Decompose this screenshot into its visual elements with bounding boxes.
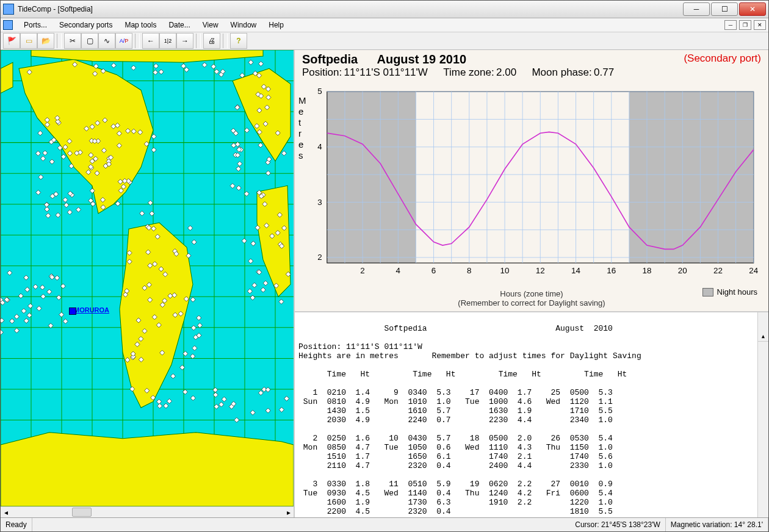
map-pane: MORUROA ◂ ▸ [1, 50, 295, 517]
right-column: Softpedia August 19 2010 (Secondary port… [295, 50, 768, 517]
svg-text:8: 8 [467, 266, 471, 275]
mdi-controls: ─ ❐ ✕ [724, 20, 766, 30]
svg-text:2: 2 [360, 266, 364, 275]
mdi-restore-button[interactable]: ❐ [739, 20, 751, 30]
separator-icon [196, 34, 201, 48]
world-map[interactable]: MORUROA [1, 50, 294, 506]
statusbar: Ready Cursor: 21°45'S 138°23'W Magnetic … [1, 517, 768, 531]
svg-rect-26 [327, 92, 416, 263]
position-label: Position: [302, 66, 342, 78]
flag-icon[interactable]: 🚩 [3, 33, 20, 49]
menu-help[interactable]: Help [262, 20, 290, 31]
tide-table-text: Softpedia August 2010 Position: 11°11'S … [298, 324, 765, 516]
svg-text:3: 3 [317, 198, 322, 207]
workspace: MORUROA ◂ ▸ Softpedia August 19 2010 (Se… [1, 50, 768, 517]
svg-text:22: 22 [713, 266, 723, 275]
frame-icon[interactable]: ▢ [81, 33, 98, 49]
timezone-label: Time zone: [443, 66, 494, 78]
ap-icon[interactable]: A/P [115, 33, 132, 49]
print-button[interactable]: 🖨 [203, 33, 220, 49]
menu-secondary-ports[interactable]: Secondary ports [53, 20, 118, 31]
chart-date: August 19 2010 [377, 52, 466, 66]
tide-table-pane[interactable]: Softpedia August 2010 Position: 11°11'S … [295, 312, 768, 517]
menu-view[interactable]: View [197, 20, 225, 31]
menubar: Ports... Secondary ports Map tools Date.… [1, 18, 768, 32]
svg-text:2: 2 [317, 253, 322, 262]
selected-port-label[interactable]: MORUROA [74, 306, 109, 314]
chart-footer: Hours (zone time) (Remember to correct f… [295, 289, 768, 307]
menu-date[interactable]: Date... [162, 20, 196, 31]
tide-chart[interactable]: 246810121416182022242345 [308, 87, 760, 282]
separator-icon [135, 34, 140, 48]
mdi-close-button[interactable]: ✕ [754, 20, 766, 30]
open-icon[interactable]: 📂 [37, 33, 54, 49]
minimize-button[interactable]: ─ [683, 2, 710, 16]
moonphase-label: Moon phase: [532, 66, 591, 78]
tide-chart-pane: Softpedia August 19 2010 (Secondary port… [295, 50, 768, 312]
svg-text:12: 12 [536, 266, 545, 275]
forward-button[interactable]: → [176, 33, 193, 49]
close-button[interactable]: ✕ [739, 2, 766, 16]
scrollbar-up-icon[interactable]: ▴ [758, 331, 768, 342]
separator-icon [223, 34, 228, 48]
menu-map-tools[interactable]: Map tools [118, 20, 162, 31]
app-icon [3, 4, 14, 15]
position-value: 11°11'S 011°11'W [344, 66, 428, 78]
svg-text:6: 6 [431, 266, 436, 275]
menu-window[interactable]: Window [225, 20, 263, 31]
app-window: TideComp - [Softpedia] ─ ☐ ✕ Ports... Se… [0, 0, 769, 532]
mdi-system-icon[interactable] [3, 20, 13, 30]
chart-footnote: (Remember to correct for Daylight saving… [458, 298, 605, 307]
map-horizontal-scrollbar[interactable]: ◂ ▸ [1, 506, 294, 517]
separator-icon [57, 34, 62, 48]
svg-text:14: 14 [571, 266, 580, 275]
back-button[interactable]: ← [142, 33, 159, 49]
mdi-minimize-button[interactable]: ─ [724, 20, 737, 30]
help-button[interactable]: ? [230, 33, 247, 49]
chart-port-name: Softpedia [302, 52, 358, 66]
timezone-value: 2.00 [496, 66, 516, 78]
window-icon[interactable]: ▭ [20, 33, 37, 49]
maximize-button[interactable]: ☐ [711, 2, 738, 16]
svg-text:16: 16 [607, 266, 616, 275]
y-axis-label: Metres [298, 95, 306, 161]
titlebar[interactable]: TideComp - [Softpedia] ─ ☐ ✕ [1, 1, 768, 18]
moonphase-value: 0.77 [594, 66, 614, 78]
svg-text:10: 10 [500, 266, 510, 275]
svg-text:24: 24 [749, 266, 758, 275]
status-magvar: Magnetic variation: 14° 28.1' [666, 518, 768, 531]
svg-text:20: 20 [678, 266, 687, 275]
datestep-button[interactable]: 1|2 [159, 33, 176, 49]
status-cursor: Cursor: 21°45'S 138°23'W [570, 518, 666, 531]
svg-rect-27 [629, 92, 754, 263]
scrollbar-thumb[interactable] [72, 508, 92, 517]
selected-port-marker-icon[interactable] [69, 307, 76, 315]
menu-ports[interactable]: Ports... [18, 20, 53, 31]
svg-text:4: 4 [396, 266, 401, 275]
toolbar: 🚩 ▭ 📂 ✂ ▢ ∿ A/P ← 1|2 → 🖨 ? [1, 32, 768, 50]
svg-text:5: 5 [317, 87, 322, 96]
x-axis-label: Hours (zone time) [500, 289, 563, 298]
curve-icon[interactable]: ∿ [98, 33, 115, 49]
secondary-port-flag: (Secondary port) [684, 52, 761, 65]
crop-icon[interactable]: ✂ [64, 33, 81, 49]
status-ready: Ready [1, 518, 32, 531]
table-vertical-scrollbar[interactable]: ▴ [757, 312, 768, 517]
window-title: TideComp - [Softpedia] [18, 5, 683, 13]
svg-text:18: 18 [643, 266, 652, 275]
svg-text:4: 4 [317, 142, 322, 151]
